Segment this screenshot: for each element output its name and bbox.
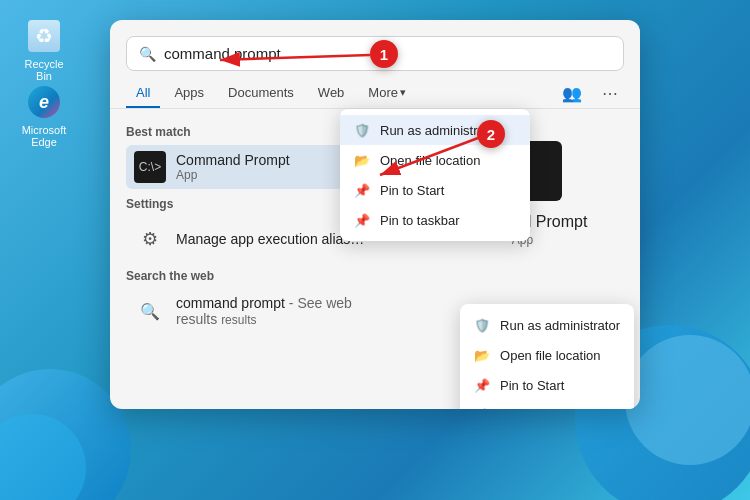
- people-icon-btn[interactable]: 👥: [556, 82, 588, 105]
- secondary-shield-icon: 🛡️: [474, 317, 490, 333]
- more-options-btn[interactable]: ⋯: [596, 82, 624, 105]
- edge-label: MicrosoftEdge: [22, 124, 67, 148]
- secondary-pin-taskbar-icon: 📌: [474, 407, 490, 409]
- web-search-item[interactable]: 🔍 command prompt - See web results resul…: [126, 289, 389, 333]
- secondary-folder-icon: 📂: [474, 347, 490, 363]
- recycle-bin-label: Recycle Bin: [16, 58, 72, 82]
- main-pin-start[interactable]: 📌 Pin to Start: [340, 175, 530, 205]
- web-result-more: results: [221, 313, 256, 327]
- web-search-icon: 🔍: [134, 295, 166, 327]
- secondary-pin-start[interactable]: 📌 Pin to Start: [460, 370, 634, 400]
- recycle-bin-icon[interactable]: ♻ Recycle Bin: [12, 14, 76, 86]
- main-shield-icon: 🛡️: [354, 122, 370, 138]
- secondary-open-location[interactable]: 📂 Open file location: [460, 340, 634, 370]
- main-pin-taskbar[interactable]: 📌 Pin to taskbar: [340, 205, 530, 235]
- secondary-run-admin[interactable]: 🛡️ Run as administrator: [460, 310, 634, 340]
- more-chevron-icon: ▾: [400, 86, 406, 99]
- tab-documents[interactable]: Documents: [218, 79, 304, 108]
- recycle-bin-graphic: ♻: [28, 20, 60, 52]
- web-search-query: command prompt: [176, 295, 285, 311]
- nav-tabs: All Apps Documents Web More ▾ 👥 ⋯: [110, 71, 640, 109]
- microsoft-edge-icon[interactable]: e MicrosoftEdge: [12, 80, 76, 152]
- web-search-title: command prompt - See web results results: [176, 295, 381, 327]
- main-pin-start-icon: 📌: [354, 182, 370, 198]
- web-search-text: command prompt - See web results results: [176, 295, 381, 327]
- main-folder-icon: 📂: [354, 152, 370, 168]
- nav-right-buttons: 👥 ⋯: [556, 82, 624, 105]
- annotation-2: 2: [477, 120, 505, 148]
- search-icon: 🔍: [139, 46, 156, 62]
- secondary-pin-taskbar[interactable]: 📌 Pin to taskbar: [460, 400, 634, 409]
- cmd-icon: C:\>: [134, 151, 166, 183]
- more-dots-icon: ⋯: [602, 85, 618, 102]
- edge-graphic: e: [28, 86, 60, 118]
- edge-image: e: [26, 84, 62, 120]
- main-pin-taskbar-icon: 📌: [354, 212, 370, 228]
- search-panel: 🔍 command prompt All Apps Documents Web …: [110, 20, 640, 409]
- main-open-location[interactable]: 📂 Open file location: [340, 145, 530, 175]
- content-area: Best match C:\> Command Prompt App Setti…: [110, 109, 640, 389]
- tab-all[interactable]: All: [126, 79, 160, 108]
- settings-icon: ⚙: [134, 223, 166, 255]
- secondary-pin-start-icon: 📌: [474, 377, 490, 393]
- recycle-bin-image: ♻: [26, 18, 62, 54]
- tab-web[interactable]: Web: [308, 79, 355, 108]
- tab-apps[interactable]: Apps: [164, 79, 214, 108]
- annotation-1: 1: [370, 40, 398, 68]
- svg-point-3: [625, 335, 750, 465]
- people-icon: 👥: [562, 85, 582, 102]
- search-web-label: Search the web: [126, 269, 389, 283]
- secondary-context-menu: 🛡️ Run as administrator 📂 Open file loca…: [460, 304, 634, 409]
- tab-more[interactable]: More ▾: [358, 79, 416, 108]
